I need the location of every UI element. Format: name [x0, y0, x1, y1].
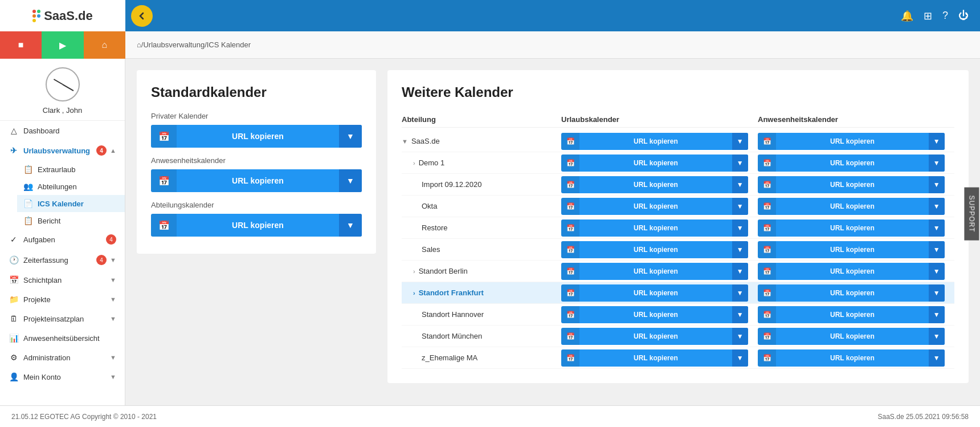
table-row: › Demo 1 📅 URL kopieren ▼ 📅 URL k: [402, 152, 954, 174]
url-btn-sm[interactable]: 📅 URL kopieren ▼: [561, 328, 748, 345]
user-name[interactable]: Clark , John: [43, 106, 82, 115]
sidebar-item-abteilungen[interactable]: 👥 Abteilungen: [17, 178, 125, 195]
calendar-icon: 📅: [758, 284, 776, 302]
dot-yellow: [32, 19, 36, 22]
row-label-text: z_Ehemalige MA: [422, 353, 477, 362]
url-btn-sm[interactable]: 📅 URL kopieren ▼: [758, 154, 945, 172]
chevron-icon: ▼: [929, 219, 945, 237]
sidebar-item-label: Aufgaben: [23, 235, 55, 244]
sidebar-item-label: Bericht: [38, 217, 60, 225]
anwesenheitskalender-cell: 📅 URL kopieren ▼: [758, 261, 954, 282]
url-btn-sm[interactable]: 📅 URL kopieren ▼: [758, 284, 945, 302]
chevron-icon: ▼: [929, 306, 945, 323]
back-button[interactable]: [131, 5, 153, 27]
url-btn-sm[interactable]: 📅 URL kopieren ▼: [561, 284, 748, 302]
chevron-icon: ▼: [732, 263, 748, 280]
url-btn-sm[interactable]: 📅 URL kopieren ▼: [561, 263, 748, 280]
sidebar-item-anwesenheitsuebersicht[interactable]: 📊 Anwesenheitsübersicht: [0, 328, 125, 348]
bell-icon[interactable]: 🔔: [901, 10, 913, 22]
calendar-icon: 📅: [561, 284, 579, 302]
url-btn-sm[interactable]: 📅 URL kopieren ▼: [758, 263, 945, 280]
url-btn-sm[interactable]: 📅 URL kopieren ▼: [758, 306, 945, 323]
url-btn-text-3: URL kopieren: [177, 221, 339, 230]
sidebar-item-aufgaben[interactable]: ✓ Aufgaben 4: [0, 229, 125, 250]
url-btn-sm[interactable]: 📅 URL kopieren ▼: [758, 133, 945, 150]
anwesenheitskalender-cell: 📅 URL kopieren ▼: [758, 348, 954, 368]
url-btn-sm[interactable]: 📅 URL kopieren ▼: [561, 241, 748, 258]
url-btn-sm[interactable]: 📅 URL kopieren ▼: [561, 219, 748, 237]
url-btn-sm[interactable]: 📅 URL kopieren ▼: [561, 176, 748, 193]
sidebar-item-label: Projekte: [23, 295, 51, 304]
sidebar-item-projekteinsatzplan[interactable]: 🗓 Projekteinsatzplan ▼: [0, 309, 125, 328]
table-row: Standort Hannover 📅 URL kopieren ▼ 📅 URL…: [402, 304, 954, 326]
toolbar: ■ ▶ ⌂ ⌂/Urlaubsverwaltung/ICS Kalender: [0, 31, 980, 59]
bericht-icon: 📋: [23, 216, 33, 225]
anwesenheits-kalender-url-btn[interactable]: 📅 URL kopieren ▼: [151, 169, 362, 192]
sidebar-item-projekte[interactable]: 📁 Projekte ▼: [0, 290, 125, 309]
url-btn-sm[interactable]: 📅 URL kopieren ▼: [758, 198, 945, 215]
url-btn-sm[interactable]: 📅 URL kopieren ▼: [758, 176, 945, 193]
urlaubskalender-cell: 📅 URL kopieren ▼: [561, 196, 758, 217]
url-btn-sm-text: URL kopieren: [776, 137, 929, 145]
sidebar-item-extraurlaub[interactable]: 📋 Extraurlaub: [17, 161, 125, 178]
sidebar-item-dashboard[interactable]: △ Dashboard: [0, 121, 125, 140]
url-btn-sm-text: URL kopieren: [776, 332, 929, 340]
row-label-text: Restore: [422, 223, 448, 232]
sidebar-item-mein-konto[interactable]: 👤 Mein Konto ▼: [0, 367, 125, 387]
calendar-icon: 📅: [561, 198, 579, 215]
url-btn-sm[interactable]: 📅 URL kopieren ▼: [758, 219, 945, 237]
ics-kalender-icon: 📄: [23, 199, 33, 208]
sidebar-item-ics-kalender[interactable]: 📄 ICS Kalender: [17, 195, 125, 212]
stop-button[interactable]: ■: [0, 31, 42, 59]
stop-icon: ■: [18, 40, 24, 50]
power-icon[interactable]: ⏻: [958, 10, 969, 22]
chevron-icon: ▼: [732, 176, 748, 193]
aufgaben-badge: 4: [106, 234, 116, 245]
sidebar-item-schichtplan[interactable]: 📅 Schichtplan ▼: [0, 270, 125, 290]
sidebar-item-administration[interactable]: ⚙ Administration ▼: [0, 348, 125, 367]
chevron-right-icon[interactable]: ›: [413, 268, 415, 275]
url-btn-sm-text: URL kopieren: [579, 311, 732, 319]
chevron-right-icon[interactable]: ›: [413, 160, 415, 166]
url-btn-sm[interactable]: 📅 URL kopieren ▼: [758, 349, 945, 367]
home-button[interactable]: ⌂: [84, 31, 125, 59]
sidebar-item-zeiterfassung[interactable]: 🕐 Zeiterfassung 4 ▼: [0, 250, 125, 270]
url-btn-sm-text: URL kopieren: [776, 159, 929, 167]
url-btn-sm-text: URL kopieren: [776, 224, 929, 232]
calendar-icon: 📅: [561, 263, 579, 280]
clock-hour-hand: [53, 79, 63, 85]
user-area: Clark , John: [0, 59, 125, 121]
url-btn-sm[interactable]: 📅 URL kopieren ▼: [561, 133, 748, 150]
sidebar-item-label: Extraurlaub: [38, 165, 75, 174]
sidebar-item-bericht[interactable]: 📋 Bericht: [17, 212, 125, 229]
privater-kalender-url-btn[interactable]: 📅 URL kopieren ▼: [151, 125, 362, 148]
table-row: ▼ SaaS.de 📅 URL kopieren ▼ 📅 URL: [402, 131, 954, 152]
sidebar-item-urlaubsverwaltung[interactable]: ✈ Urlaubsverwaltung 4 ▲: [0, 140, 125, 161]
chevron-down-icon[interactable]: ▼: [402, 138, 408, 145]
url-btn-sm[interactable]: 📅 URL kopieren ▼: [758, 328, 945, 345]
mein-konto-expand: ▼: [110, 373, 116, 380]
url-btn-sm[interactable]: 📅 URL kopieren ▼: [561, 154, 748, 172]
sidebar-item-label: Projekteinsatzplan: [23, 315, 84, 323]
url-btn-text-1: URL kopieren: [177, 132, 339, 141]
url-btn-sm-text: URL kopieren: [776, 181, 929, 189]
url-btn-sm[interactable]: 📅 URL kopieren ▼: [561, 349, 748, 367]
sidebar-item-label: Urlaubsverwaltung: [23, 147, 90, 155]
url-btn-sm[interactable]: 📅 URL kopieren ▼: [758, 241, 945, 258]
table-row: Import 09.12.2020 📅 URL kopieren ▼ 📅 URL…: [402, 174, 954, 196]
row-label: Sales: [402, 243, 561, 256]
play-button[interactable]: ▶: [42, 31, 83, 59]
help-icon[interactable]: ?: [942, 10, 948, 22]
grid-icon[interactable]: ⊞: [924, 10, 932, 22]
support-tab[interactable]: SUPPORT: [965, 187, 979, 240]
administration-icon: ⚙: [9, 353, 19, 362]
chevron-icon: ▼: [732, 284, 748, 302]
url-btn-sm[interactable]: 📅 URL kopieren ▼: [561, 306, 748, 323]
calendar-icon: 📅: [561, 349, 579, 367]
abteilungs-kalender-url-btn[interactable]: 📅 URL kopieren ▼: [151, 214, 362, 237]
sidebar: Clark , John △ Dashboard ✈ Urlaubsverwal…: [0, 59, 125, 405]
url-btn-sm-text: URL kopieren: [579, 159, 732, 167]
chevron-right-icon[interactable]: ›: [413, 290, 415, 296]
url-btn-sm[interactable]: 📅 URL kopieren ▼: [561, 198, 748, 215]
calendar-icon: 📅: [758, 328, 776, 345]
